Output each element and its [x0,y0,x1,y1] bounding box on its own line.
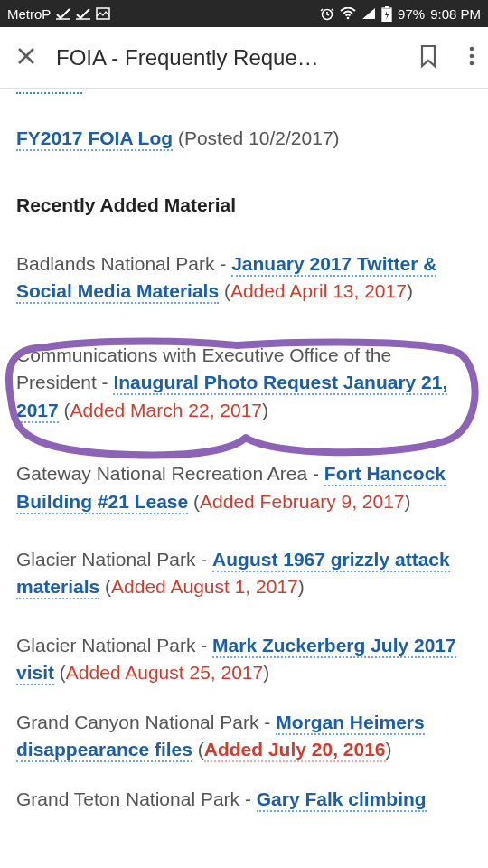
list-item: Communications with Executive Office of … [16,342,472,424]
section-heading: Recently Added Material [16,192,472,219]
bookmark-icon[interactable] [418,43,439,72]
item-added: Added July 20, 2016 [204,739,386,762]
status-right: 97% 9:08 PM [320,6,481,22]
check-icon [56,7,70,20]
list-item: Glacier National Park - Mark Zuckerberg … [16,632,472,687]
paren-close: ) [298,576,305,597]
alarm-icon [320,6,334,21]
battery-percent: 97% [398,6,425,22]
item-added: Added February 9, 2017 [200,491,405,512]
status-left: MetroP [7,6,110,22]
svg-point-8 [470,46,474,51]
page-content: FY2017 FOIA Log (Posted 10/2/2017) Recen… [0,92,488,813]
paren-open: ( [188,491,200,512]
signal-icon [361,7,376,20]
paren-close: ) [386,739,392,760]
partial-link-underline [16,92,82,94]
app-bar: FOIA - Frequently Reque… [0,27,488,89]
list-item: Grand Teton National Park - Gary Falk cl… [16,786,472,813]
item-prefix: Badlands National Park - [16,253,231,274]
foia-log-link[interactable]: FY2017 FOIA Log [16,127,173,151]
paren-close: ) [263,662,269,683]
item-added: Added March 22, 2017 [70,400,262,420]
paren-close: ) [407,280,413,301]
paren-close: ) [262,400,268,420]
battery-icon [381,6,392,22]
paren-open: ( [99,576,111,597]
more-icon[interactable] [468,45,475,71]
item-added: Added April 13, 2017 [230,280,407,301]
item-prefix: Grand Canyon National Park - [16,712,276,732]
item-added: Added August 1, 2017 [111,576,298,597]
item-added: Added August 25, 2017 [66,662,263,683]
top-entry: FY2017 FOIA Log (Posted 10/2/2017) [16,125,472,152]
svg-point-9 [470,53,474,58]
paren-close: ) [405,491,411,512]
paren-open: ( [59,400,70,420]
list-item: Grand Canyon National Park - Morgan Heim… [16,709,472,764]
check-icon [76,7,90,20]
wifi-icon [340,7,356,20]
svg-point-10 [470,61,474,65]
clock-label: 9:08 PM [430,6,481,22]
status-bar: MetroP 97% 9:08 PM [0,0,488,27]
item-prefix: Gateway National Recreation Area - [16,463,324,484]
paren-open: ( [192,739,204,760]
page-title: FOIA - Frequently Reque… [56,45,398,71]
item-link[interactable]: Gary Falk climbing [257,788,427,812]
image-icon [96,7,110,20]
list-item: Badlands National Park - January 2017 Tw… [16,250,472,306]
item-prefix: Grand Teton National Park - [16,788,257,809]
posted-text: (Posted 10/2/2017) [173,127,339,148]
list-item: Gateway National Recreation Area - Fort … [16,460,472,515]
svg-point-4 [347,17,350,20]
list-item: Glacier National Park - August 1967 griz… [16,546,472,601]
paren-open: ( [219,280,230,301]
carrier-label: MetroP [7,6,51,22]
close-icon[interactable] [16,46,36,70]
item-prefix: Glacier National Park - [16,549,212,570]
paren-open: ( [54,662,66,683]
item-prefix: Glacier National Park - [16,635,212,656]
